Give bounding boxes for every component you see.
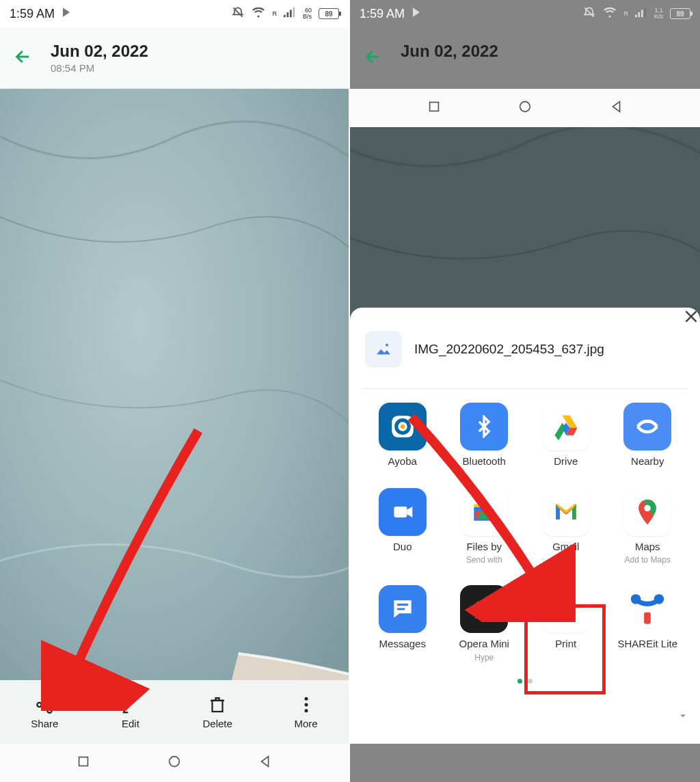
svg-rect-34 <box>429 103 438 111</box>
delete-label: Delete <box>203 718 232 729</box>
messages-icon <box>379 585 427 633</box>
share-target-opera[interactable]: Opera Mini Hype <box>447 585 522 662</box>
recent-apps-button[interactable] <box>76 754 91 772</box>
svg-point-22 <box>401 424 405 429</box>
nearby-icon <box>623 403 671 450</box>
back-button[interactable] <box>258 754 273 772</box>
share-target-files[interactable]: Files by Send with <box>447 488 522 565</box>
status-bar: 1:59 AM R 60B/s 89 <box>0 0 349 27</box>
page-dot <box>517 679 522 684</box>
svg-rect-12 <box>79 757 88 766</box>
ayoba-icon <box>379 403 427 450</box>
share-target-gmail[interactable]: Gmail <box>528 488 604 565</box>
photo-header: Jun 02, 2022 08:54 PM <box>350 27 700 89</box>
svg-point-10 <box>304 703 308 707</box>
bottom-actions: Share Edit Delete More <box>0 680 349 744</box>
edit-label: Edit <box>122 718 139 729</box>
image-icon <box>373 339 394 360</box>
svg-rect-17 <box>641 10 643 17</box>
share-button[interactable]: Share <box>31 695 58 729</box>
back-button[interactable] <box>609 99 624 117</box>
delete-button[interactable]: Delete <box>203 695 232 729</box>
svg-rect-3 <box>293 7 295 16</box>
clock-text: 1:59 AM <box>360 7 405 21</box>
svg-rect-0 <box>284 14 286 17</box>
share-target-bluetooth[interactable]: Bluetooth <box>447 403 522 468</box>
share-target-drive[interactable]: Drive <box>528 403 604 468</box>
svg-point-26 <box>644 504 651 511</box>
share-target-shareit[interactable]: SHAREit Lite <box>610 585 686 662</box>
photo-time: 08:54 PM <box>51 62 148 74</box>
signal-r: R <box>272 11 277 17</box>
signal-icon <box>635 7 647 21</box>
mute-icon <box>231 5 245 23</box>
annotation-highlight-print <box>524 604 606 695</box>
duo-icon <box>379 488 427 536</box>
battery-icon: 89 <box>319 8 339 19</box>
wifi-icon <box>252 6 265 22</box>
wifi-icon <box>603 6 617 22</box>
photo-date: Jun 02, 2022 <box>51 42 148 61</box>
photo-time: 08:54 PM <box>401 62 498 74</box>
share-filename: IMG_20220602_205453_637.jpg <box>414 342 604 357</box>
play-store-icon <box>62 7 72 21</box>
edit-button[interactable]: Edit <box>120 695 141 729</box>
signal-r: R <box>623 11 628 17</box>
photo-viewport[interactable] <box>0 89 349 680</box>
mute-icon <box>582 5 596 23</box>
share-target-maps[interactable]: Maps Add to Maps <box>610 488 686 565</box>
net-speed: 60B/s <box>303 8 312 20</box>
share-icon <box>34 695 55 715</box>
signal-icon <box>284 7 296 21</box>
share-target-nearby[interactable]: Nearby <box>610 403 686 468</box>
more-label: More <box>294 718 317 729</box>
battery-icon: 89 <box>670 8 690 19</box>
navigation-bar <box>0 744 349 782</box>
bluetooth-icon <box>460 403 508 450</box>
divider <box>362 388 688 389</box>
net-speed: 1.1K/s <box>654 8 663 20</box>
photo-header: Jun 02, 2022 08:54 PM <box>0 27 349 89</box>
svg-rect-33 <box>644 612 651 624</box>
back-arrow-icon[interactable] <box>12 46 34 70</box>
edit-icon <box>120 695 141 715</box>
clock-text: 1:59 AM <box>10 7 55 21</box>
expand-toggle[interactable] <box>677 710 689 725</box>
svg-point-35 <box>520 102 530 112</box>
more-icon <box>296 695 317 715</box>
gmail-icon <box>542 488 590 536</box>
share-target-ayoba[interactable]: Ayoba <box>365 403 440 468</box>
status-bar: 1:59 AM R 1.1K/s 89 <box>350 0 700 27</box>
navigation-bar <box>350 89 700 127</box>
svg-rect-15 <box>635 14 637 17</box>
svg-rect-8 <box>213 701 223 712</box>
svg-point-9 <box>304 697 308 701</box>
right-screen: 1:59 AM R 1.1K/s 89 Jun 02, 2022 08:54 P… <box>350 0 700 782</box>
files-icon <box>460 488 508 536</box>
trash-icon <box>207 695 228 715</box>
svg-rect-18 <box>644 7 646 16</box>
left-screen: 1:59 AM R 60B/s 89 Jun 02, 2022 08:54 PM <box>0 0 350 782</box>
svg-rect-4 <box>0 89 349 680</box>
share-target-messages[interactable]: Messages <box>365 585 440 662</box>
opera-icon <box>460 585 508 633</box>
maps-icon <box>623 488 671 536</box>
svg-point-19 <box>386 344 388 347</box>
photo-date: Jun 02, 2022 <box>401 42 498 61</box>
home-button[interactable] <box>517 99 533 117</box>
recent-apps-button[interactable] <box>427 99 442 117</box>
drive-icon <box>542 403 590 450</box>
more-button[interactable]: More <box>294 695 317 729</box>
shareit-icon <box>623 585 671 633</box>
home-button[interactable] <box>167 754 182 772</box>
file-thumbnail <box>365 331 402 368</box>
svg-rect-16 <box>638 12 640 17</box>
svg-rect-23 <box>394 507 407 517</box>
back-arrow-icon[interactable] <box>362 46 384 70</box>
share-target-duo[interactable]: Duo <box>365 488 440 565</box>
svg-rect-1 <box>286 12 288 17</box>
svg-rect-25 <box>479 512 492 520</box>
svg-point-13 <box>170 757 180 767</box>
svg-point-11 <box>304 709 308 712</box>
play-store-icon <box>412 7 422 21</box>
